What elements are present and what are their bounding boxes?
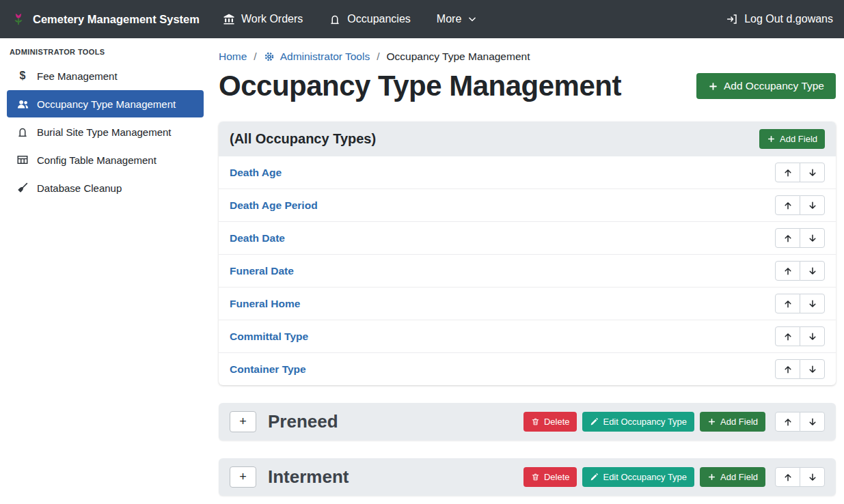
move-section-down-button[interactable] [800, 412, 825, 432]
edit-label: Edit Occupancy Type [603, 472, 687, 482]
sidebar-item-config-table-management[interactable]: Config Table Management [7, 146, 204, 173]
field-link-funeral-home[interactable]: Funeral Home [230, 298, 300, 310]
work-orders-icon [223, 13, 235, 25]
field-row: Death Date [219, 222, 836, 255]
move-up-button[interactable] [775, 326, 800, 346]
add-field-label: Add Field [720, 472, 758, 482]
move-down-button[interactable] [800, 163, 825, 182]
sidebar-item-label: Database Cleanup [37, 182, 122, 194]
add-occupancy-type-label: Add Occupancy Type [724, 80, 824, 92]
logout-icon [726, 13, 738, 25]
field-link-funeral-date[interactable]: Funeral Date [230, 265, 294, 277]
arrow-up-icon [783, 201, 793, 210]
field-link-container-type[interactable]: Container Type [230, 363, 306, 376]
section-actions: Delete Edit Occupancy Type Add Field [523, 467, 825, 487]
arrow-down-icon [808, 365, 817, 374]
field-row: Funeral Home [219, 288, 836, 320]
move-down-button[interactable] [800, 294, 825, 313]
move-down-button[interactable] [800, 326, 825, 346]
move-section-up-button[interactable] [775, 467, 800, 487]
nav-occupancies[interactable]: Occupancies [329, 13, 411, 25]
pencil-icon [590, 417, 599, 426]
all-occupancy-types-header: (All Occupancy Types) Add Field [219, 122, 836, 156]
sidebar-item-burial-site-type-management[interactable]: Burial Site Type Management [7, 118, 204, 145]
sidebar-item-database-cleanup[interactable]: Database Cleanup [7, 174, 204, 201]
move-down-button[interactable] [800, 261, 825, 281]
breadcrumb-separator: / [377, 51, 379, 63]
move-section-up-button[interactable] [775, 412, 800, 432]
logout-button[interactable]: Log Out d.gowans [726, 13, 833, 25]
sidebar-item-occupancy-type-management[interactable]: Occupancy Type Management [7, 90, 204, 117]
all-occupancy-types-card: (All Occupancy Types) Add Field Death Ag… [219, 122, 836, 385]
breadcrumb-administrator-tools-label: Administrator Tools [280, 51, 370, 63]
field-row: Committal Type [219, 320, 836, 353]
delete-button[interactable]: Delete [523, 467, 577, 487]
sidebar-item-label: Fee Management [37, 70, 118, 82]
page-title: Occupancy Type Management [219, 70, 621, 102]
breadcrumb-administrator-tools[interactable]: Administrator Tools [264, 51, 370, 63]
arrow-up-icon [783, 365, 793, 374]
reorder-button-group [775, 261, 825, 281]
field-link-death-age-period[interactable]: Death Age Period [230, 199, 318, 212]
table-icon [16, 154, 29, 166]
top-navbar: Cemetery Management System Work Orders O… [0, 0, 844, 38]
move-up-button[interactable] [775, 195, 800, 215]
reorder-button-group [775, 195, 825, 215]
move-down-button[interactable] [800, 228, 825, 248]
arrow-up-icon [783, 473, 793, 482]
nav-work-orders[interactable]: Work Orders [223, 13, 303, 25]
arrow-down-icon [808, 234, 817, 243]
add-field-button[interactable]: Add Field [700, 467, 765, 487]
move-down-button[interactable] [800, 359, 825, 379]
breadcrumb: Home / Administrator Tools / Occupancy T… [219, 51, 836, 63]
move-up-button[interactable] [775, 261, 800, 281]
move-up-button[interactable] [775, 294, 800, 313]
app-title: Cemetery Management System [33, 13, 200, 26]
field-row: Container Type [219, 353, 836, 385]
expand-section-button[interactable]: + [230, 411, 256, 432]
sidebar-item-label: Config Table Management [37, 154, 156, 166]
field-row: Funeral Date [219, 255, 836, 288]
reorder-button-group [775, 228, 825, 248]
sidebar-item-fee-management[interactable]: $ Fee Management [7, 62, 204, 89]
move-down-button[interactable] [800, 195, 825, 215]
add-field-button[interactable]: Add Field [700, 412, 765, 432]
move-section-down-button[interactable] [800, 467, 825, 487]
card-title: (All Occupancy Types) [230, 131, 376, 147]
reorder-button-group [775, 163, 825, 182]
add-field-label: Add Field [780, 134, 817, 144]
app-brand[interactable]: Cemetery Management System [11, 12, 200, 27]
plus-icon [707, 417, 716, 426]
expand-section-button[interactable]: + [230, 466, 256, 488]
trash-icon [531, 473, 540, 481]
add-occupancy-type-button[interactable]: Add Occupancy Type [696, 73, 836, 99]
move-up-button[interactable] [775, 228, 800, 248]
edit-occupancy-type-button[interactable]: Edit Occupancy Type [582, 412, 694, 432]
edit-occupancy-type-button[interactable]: Edit Occupancy Type [582, 467, 694, 487]
sidebar: ADMINISTRATOR TOOLS $ Fee Management Occ… [0, 38, 210, 504]
title-row: Occupancy Type Management Add Occupancy … [219, 70, 836, 102]
add-field-label: Add Field [720, 417, 758, 427]
field-row: Death Age [219, 156, 836, 189]
move-up-button[interactable] [775, 163, 800, 182]
delete-button[interactable]: Delete [523, 412, 577, 432]
move-up-button[interactable] [775, 359, 800, 379]
plus-icon [708, 81, 718, 92]
arrow-up-icon [783, 266, 793, 276]
trash-icon [531, 417, 540, 426]
reorder-button-group [775, 326, 825, 346]
add-field-button[interactable]: Add Field [759, 129, 825, 149]
sidebar-item-label: Occupancy Type Management [37, 98, 176, 110]
dollar-icon: $ [16, 70, 29, 81]
field-link-death-age[interactable]: Death Age [230, 167, 282, 179]
field-link-committal-type[interactable]: Committal Type [230, 331, 308, 343]
occupancy-type-section-interment: + Interment Delete Edit Occupancy Type A… [219, 458, 836, 496]
arrow-down-icon [808, 168, 817, 178]
users-icon [16, 98, 29, 111]
field-link-death-date[interactable]: Death Date [230, 232, 285, 244]
breadcrumb-home[interactable]: Home [219, 51, 247, 63]
nav-work-orders-label: Work Orders [241, 13, 303, 25]
arrow-down-icon [808, 473, 817, 482]
plus-icon [767, 135, 776, 143]
nav-more[interactable]: More [437, 13, 477, 25]
